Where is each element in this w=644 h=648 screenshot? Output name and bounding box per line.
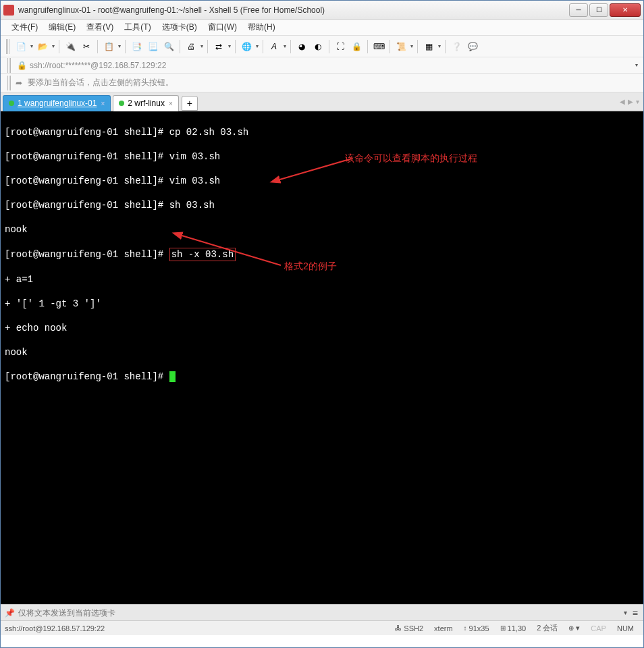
titlebar: wangruifenglinux-01 - root@wangruifeng-0…: [1, 1, 643, 20]
terminal-line: [root@wangruifeng-01 shell]# vim 03.sh: [5, 151, 627, 163]
minimize-button[interactable]: ─: [569, 3, 588, 17]
menu-edit[interactable]: 编辑(E): [43, 20, 81, 34]
status-size: ↕91x35: [464, 624, 489, 632]
tab-session-1[interactable]: 1 wangruifenglinux-01 ×: [3, 95, 111, 111]
cursor-icon: [169, 371, 176, 382]
pin-icon[interactable]: 📌: [3, 607, 16, 619]
terminal-line: [root@wangruifeng-01 shell]# sh -x 03.sh: [5, 248, 627, 261]
menu-help[interactable]: 帮助(H): [242, 20, 281, 34]
color-icon[interactable]: ◕: [294, 39, 309, 54]
status-dot-icon: [119, 101, 124, 106]
disconnect-icon[interactable]: ✂: [79, 39, 94, 54]
print-dropdown[interactable]: ▾: [199, 43, 205, 49]
script-dropdown[interactable]: ▾: [409, 43, 414, 49]
script-icon[interactable]: 📜: [394, 39, 408, 54]
reconnect-icon[interactable]: 🔌: [63, 39, 78, 54]
terminal-line: + echo nook: [5, 322, 627, 334]
infobar: ➦ 要添加当前会话，点击左侧的箭头按钮。: [1, 74, 643, 92]
layout-icon[interactable]: ▦: [421, 39, 436, 54]
terminal-line: + '[' 1 -gt 3 ']': [5, 298, 627, 310]
chat-icon[interactable]: 💬: [465, 39, 480, 54]
menu-view[interactable]: 查看(V): [81, 20, 119, 34]
menu-file[interactable]: 文件(F): [6, 20, 43, 34]
layout-dropdown[interactable]: ▾: [437, 43, 442, 49]
terminal[interactable]: [root@wangruifeng-01 shell]# cp 02.sh 03…: [1, 111, 643, 604]
info-text: 要添加当前会话，点击左侧的箭头按钮。: [28, 77, 173, 88]
properties-dropdown[interactable]: ▾: [117, 43, 122, 49]
menu-window[interactable]: 窗口(W): [203, 20, 242, 34]
menubar: 文件(F) 编辑(E) 查看(V) 工具(T) 选项卡(B) 窗口(W) 帮助(…: [1, 20, 643, 36]
terminal-scrollbar[interactable]: [631, 111, 643, 604]
window-title: wangruifenglinux-01 - root@wangruifeng-0…: [18, 5, 568, 15]
paste-icon[interactable]: 📃: [145, 39, 160, 54]
maximize-button[interactable]: ☐: [589, 3, 608, 17]
terminal-line: [root@wangruifeng-01 shell]# sh 03.sh: [5, 199, 627, 211]
status-cap: CAP: [591, 624, 606, 632]
tabbar: 1 wangruifenglinux-01 × 2 wrf-linux × + …: [1, 92, 643, 111]
terminal-line: [root@wangruifeng-01 shell]#: [5, 371, 627, 383]
theme-icon[interactable]: ◐: [311, 39, 325, 54]
tab-add-button[interactable]: +: [182, 96, 198, 111]
new-session-icon[interactable]: 📄: [14, 39, 28, 54]
tab-list-dropdown[interactable]: ▾: [636, 98, 639, 105]
input-dropdown[interactable]: ▾: [621, 609, 630, 616]
terminal-line: [root@wangruifeng-01 shell]# vim 03.sh: [5, 175, 627, 187]
status-ssh: 🖧SSH2: [395, 624, 423, 632]
address-dropdown[interactable]: ▾: [634, 62, 639, 68]
properties-icon[interactable]: 📋: [101, 39, 116, 54]
transfer-icon[interactable]: ⇄: [211, 39, 226, 54]
terminal-line: [root@wangruifeng-01 shell]# cp 02.sh 03…: [5, 126, 627, 138]
globe-dropdown[interactable]: ▾: [254, 43, 260, 49]
font-dropdown[interactable]: ▾: [282, 43, 288, 49]
toolbar-grip[interactable]: [6, 39, 10, 54]
copy-icon[interactable]: 📑: [129, 39, 144, 54]
open-icon[interactable]: 📂: [35, 39, 50, 54]
tab-close-icon[interactable]: ×: [101, 100, 105, 107]
inputbar: 📌 ▾ ≡: [1, 604, 643, 620]
pos-icon: ⊞: [500, 624, 506, 632]
status-address: ssh://root@192.168.57.129:22: [5, 624, 390, 632]
menu-tabs[interactable]: 选项卡(B): [157, 20, 203, 34]
status-menu-icon[interactable]: ⊕▾: [568, 624, 580, 632]
keyboard-icon[interactable]: ⌨: [371, 39, 386, 54]
tab-nav: ◀ ▶ ▾: [618, 98, 641, 105]
annotation-text-2: 格式2的例子: [284, 260, 337, 272]
tab-session-2[interactable]: 2 wrf-linux ×: [113, 95, 179, 111]
find-icon[interactable]: 🔍: [161, 39, 176, 54]
fullscreen-icon[interactable]: ⛶: [333, 39, 348, 54]
print-icon[interactable]: 🖨: [184, 39, 198, 54]
address-text[interactable]: ssh://root:********@192.168.57.129:22: [30, 61, 166, 70]
status-pos: ⊞11,30: [500, 624, 527, 632]
status-num: NUM: [617, 624, 634, 632]
addressbar-grip[interactable]: [7, 58, 11, 73]
help-icon[interactable]: ❔: [449, 39, 464, 54]
terminal-line: nook: [5, 346, 627, 358]
command-input[interactable]: [18, 608, 621, 618]
menu-tools[interactable]: 工具(T): [119, 20, 156, 34]
ssh-icon: 🖧: [395, 624, 402, 632]
highlighted-command: sh -x 03.sh: [169, 248, 236, 261]
statusbar: ssh://root@192.168.57.129:22 🖧SSH2 xterm…: [1, 620, 643, 635]
font-icon[interactable]: A: [267, 39, 281, 54]
transfer-dropdown[interactable]: ▾: [227, 43, 232, 49]
terminal-line: + a=1: [5, 273, 627, 286]
globe-icon[interactable]: 🌐: [239, 39, 254, 54]
tab-prev-icon[interactable]: ◀: [620, 98, 625, 105]
app-icon: [3, 5, 14, 16]
tab-next-icon[interactable]: ▶: [628, 98, 633, 105]
tab-close-icon[interactable]: ×: [169, 100, 173, 107]
arrow-icon[interactable]: ➦: [14, 78, 24, 88]
addressbar: 🔒 ssh://root:********@192.168.57.129:22 …: [1, 57, 643, 74]
tab-label: 1 wangruifenglinux-01: [18, 99, 97, 108]
scroll-up-button[interactable]: [633, 113, 642, 122]
infobar-grip[interactable]: [7, 76, 11, 90]
annotation-text-1: 该命令可以查看脚本的执行过程: [345, 152, 477, 164]
status-sessions: 2 会话: [537, 623, 558, 633]
toolbar: 📄▾ 📂▾ 🔌 ✂ 📋▾ 📑 📃 🔍 🖨▾ ⇄▾ 🌐▾ A▾ ◕ ◐ ⛶ 🔒 ⌨…: [1, 36, 643, 57]
new-session-dropdown[interactable]: ▾: [29, 43, 34, 49]
input-menu-icon[interactable]: ≡: [630, 608, 641, 618]
close-button[interactable]: ✕: [610, 3, 641, 17]
status-dot-icon: [9, 101, 14, 106]
lock-icon[interactable]: 🔒: [349, 39, 364, 54]
open-dropdown[interactable]: ▾: [51, 43, 56, 49]
